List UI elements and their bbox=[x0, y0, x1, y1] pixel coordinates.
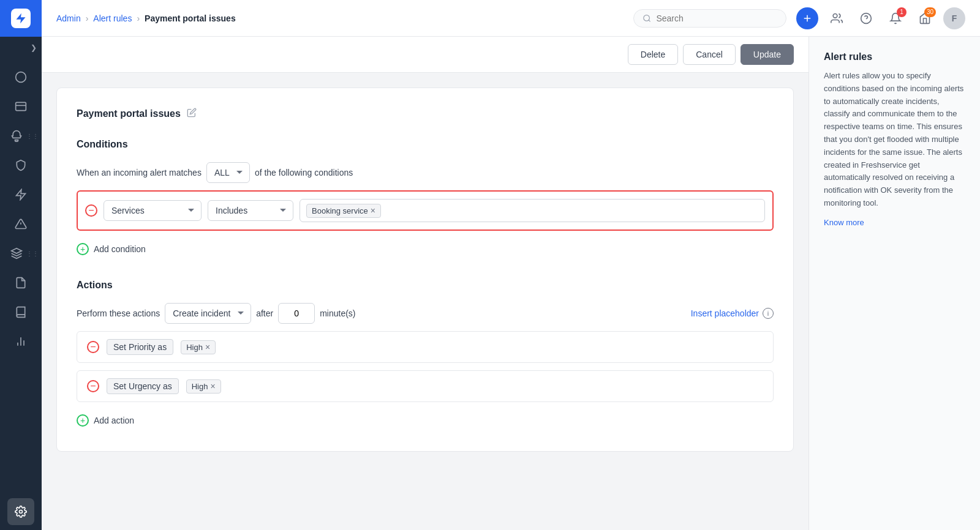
priority-action-label: Set Priority as bbox=[107, 339, 173, 355]
add-condition-button[interactable]: + bbox=[77, 243, 89, 255]
svg-point-8 bbox=[20, 510, 23, 513]
sidebar-item-bolt[interactable] bbox=[7, 181, 34, 208]
svg-rect-1 bbox=[16, 102, 26, 110]
add-condition-row[interactable]: + Add condition bbox=[77, 238, 774, 260]
panel-description: Alert rules allow you to specify conditi… bbox=[824, 70, 965, 210]
remove-condition-button[interactable]: − bbox=[85, 204, 97, 217]
right-panel: Alert rules Alert rules allow you to spe… bbox=[809, 37, 980, 530]
sidebar-item-chart[interactable] bbox=[7, 328, 34, 355]
sidebar: ❯ ⋮⋮ bbox=[0, 0, 42, 530]
sidebar-item-shield[interactable] bbox=[7, 152, 34, 179]
sidebar-item-bugs[interactable] bbox=[3, 122, 30, 149]
cancel-button[interactable]: Cancel bbox=[683, 44, 736, 65]
form-area: Delete Cancel Update Payment portal issu… bbox=[42, 37, 809, 530]
actions-title: Actions bbox=[77, 280, 774, 291]
breadcrumb-sep-1: › bbox=[86, 13, 89, 23]
chevron-right-icon[interactable]: ❯ bbox=[31, 43, 37, 52]
conditions-section: Conditions When an incoming alert matche… bbox=[77, 139, 774, 260]
card-title-row: Payment portal issues bbox=[77, 108, 774, 119]
services-select[interactable]: Services bbox=[104, 200, 202, 221]
urgency-action-label: Set Urgency as bbox=[107, 378, 179, 394]
sidebar-toggle[interactable]: ❯ bbox=[0, 37, 42, 59]
priority-value: High bbox=[186, 343, 203, 352]
after-text: after bbox=[256, 308, 273, 318]
sidebar-item-inbox[interactable] bbox=[7, 93, 34, 120]
urgency-tag-remove[interactable]: × bbox=[210, 382, 215, 390]
toolbar: Delete Cancel Update bbox=[42, 37, 809, 73]
add-button[interactable] bbox=[796, 7, 818, 29]
priority-tag: High × bbox=[181, 340, 216, 354]
sidebar-bottom bbox=[7, 493, 34, 530]
page-content: Payment portal issues Conditions When an… bbox=[42, 73, 809, 530]
create-incident-select[interactable]: Create incident bbox=[165, 303, 251, 324]
action-block-priority: − Set Priority as High × bbox=[77, 331, 774, 363]
sidebar-item-document[interactable] bbox=[7, 269, 34, 296]
tag-remove-icon[interactable]: × bbox=[371, 206, 375, 215]
sidebar-item-dashboard[interactable] bbox=[7, 64, 34, 91]
team-button[interactable] bbox=[826, 7, 848, 29]
sidebar-nav: ⋮⋮ ⋮⋮ bbox=[0, 59, 42, 360]
urgency-value: High bbox=[192, 382, 208, 391]
edit-icon[interactable] bbox=[187, 108, 197, 119]
plus-icon bbox=[802, 13, 813, 24]
avatar[interactable]: F bbox=[943, 7, 965, 29]
add-action-label[interactable]: Add action bbox=[94, 416, 134, 425]
add-condition-label[interactable]: Add condition bbox=[94, 244, 146, 254]
add-action-row[interactable]: + Add action bbox=[77, 409, 774, 431]
help-icon bbox=[860, 12, 872, 24]
breadcrumb-sep-2: › bbox=[137, 13, 140, 23]
tag-booking-service: Booking service × bbox=[306, 204, 381, 218]
sidebar-item-settings[interactable] bbox=[7, 498, 34, 525]
sidebar-item-layers[interactable] bbox=[3, 240, 30, 267]
breadcrumb-admin[interactable]: Admin bbox=[56, 13, 81, 23]
notifications-badge: 1 bbox=[897, 7, 907, 17]
svg-point-9 bbox=[644, 15, 650, 21]
minutes-input[interactable]: 0 bbox=[278, 303, 315, 324]
delete-button[interactable]: Delete bbox=[628, 44, 678, 65]
urgency-tag: High × bbox=[186, 379, 221, 394]
update-button[interactable]: Update bbox=[741, 44, 794, 65]
remove-urgency-button[interactable]: − bbox=[87, 380, 99, 392]
search-icon bbox=[643, 13, 651, 23]
minutes-label: minute(s) bbox=[320, 308, 355, 318]
info-icon[interactable]: i bbox=[763, 308, 774, 319]
store-button[interactable]: 30 bbox=[914, 7, 936, 29]
match-prefix-text: When an incoming alert matches bbox=[77, 168, 202, 177]
svg-marker-4 bbox=[12, 248, 22, 253]
know-more-link[interactable]: Know more bbox=[824, 218, 864, 227]
remove-priority-button[interactable]: − bbox=[87, 341, 99, 353]
actions-section: Actions Perform these actions Create inc… bbox=[77, 280, 774, 431]
action-row: Perform these actions Create incident af… bbox=[77, 303, 774, 324]
priority-tag-remove[interactable]: × bbox=[205, 343, 210, 351]
includes-select[interactable]: Includes bbox=[208, 200, 293, 221]
sidebar-item-book[interactable] bbox=[7, 299, 34, 326]
main-area: Admin › Alert rules › Payment portal iss… bbox=[42, 0, 980, 530]
breadcrumb-current: Payment portal issues bbox=[145, 13, 236, 23]
tag-field: Booking service × bbox=[300, 199, 765, 222]
card-title: Payment portal issues bbox=[77, 108, 181, 119]
breadcrumb-alert-rules[interactable]: Alert rules bbox=[93, 13, 132, 23]
logo-icon bbox=[11, 9, 31, 28]
add-action-button[interactable]: + bbox=[77, 414, 89, 427]
match-select[interactable]: ALL bbox=[206, 162, 250, 183]
help-button[interactable] bbox=[855, 7, 877, 29]
main-card: Payment portal issues Conditions When an… bbox=[56, 88, 794, 452]
header: Admin › Alert rules › Payment portal iss… bbox=[42, 0, 980, 37]
breadcrumb: Admin › Alert rules › Payment portal iss… bbox=[56, 13, 624, 23]
header-actions: 1 30 F bbox=[796, 7, 965, 29]
svg-line-10 bbox=[649, 20, 650, 21]
condition-match-row: When an incoming alert matches ALL of th… bbox=[77, 162, 774, 183]
store-badge: 30 bbox=[924, 7, 936, 17]
sidebar-logo[interactable] bbox=[0, 0, 42, 37]
search-input[interactable] bbox=[656, 13, 777, 23]
conditions-title: Conditions bbox=[77, 139, 774, 150]
condition-block-1: − Services Includes Boo bbox=[77, 190, 774, 231]
team-icon bbox=[831, 12, 843, 24]
content-area: Delete Cancel Update Payment portal issu… bbox=[42, 37, 980, 530]
sidebar-item-alert[interactable] bbox=[7, 211, 34, 237]
action-block-urgency: − Set Urgency as High × bbox=[77, 370, 774, 402]
search-bar[interactable] bbox=[633, 9, 786, 28]
notifications-button[interactable]: 1 bbox=[884, 7, 907, 29]
svg-point-0 bbox=[16, 72, 26, 83]
insert-placeholder-link[interactable]: Insert placeholder bbox=[691, 308, 759, 318]
